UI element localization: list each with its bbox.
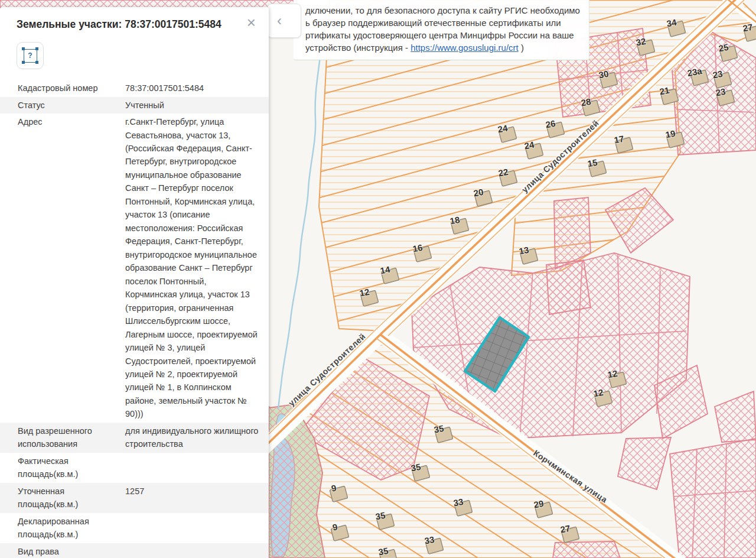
notification-text-line: ь браузер поддерживающий отечественные с… — [305, 17, 582, 29]
select-area-icon: ? — [24, 49, 37, 63]
house-number-label: 13 — [518, 245, 529, 257]
attribute-row: Уточненная площадь(кв.м.)1257 — [0, 483, 269, 513]
attribute-label: Кадастровый номер — [0, 82, 125, 95]
attribute-value: для индивидуального жилищного строительс… — [125, 424, 259, 451]
attribute-value — [125, 455, 259, 481]
attribute-row: Вид разрешенного использованиядля индиви… — [0, 423, 269, 453]
panel-header: Земельные участки: 78:37:0017501:5484 × — [0, 7, 269, 33]
notification-last-line: устройство (инструкция - https://www.gos… — [305, 41, 582, 54]
attribute-label: Вид права — [0, 545, 125, 558]
attribute-label: Статус — [0, 99, 125, 112]
attribute-table: Кадастровый номер78:37:0017501:5484Стату… — [0, 80, 269, 558]
attribute-label: Вид разрешенного использования — [0, 424, 125, 451]
house-number-label: 16 — [412, 242, 423, 254]
attribute-value: 1257 — [125, 485, 259, 511]
house-number-label: 35 — [377, 546, 389, 557]
attribute-value — [125, 545, 259, 558]
house-number-label: 35 — [374, 510, 386, 522]
rgis-app: 343230282624242220181614122523а232327211… — [0, 0, 756, 558]
house-number-label: 35 — [433, 423, 444, 435]
house-number-label: 27 — [742, 22, 753, 34]
notification-text: устройство (инструкция - — [305, 43, 410, 53]
house-number-label: 23 — [712, 69, 723, 80]
attribute-value: Учтенный — [125, 99, 259, 112]
attribute-value: 78:37:0017501:5484 — [125, 82, 259, 95]
house-number-label: 27 — [559, 523, 571, 535]
attribute-value — [125, 515, 259, 541]
house-number-label: 20 — [472, 187, 484, 199]
notification-text-suffix: ) — [519, 43, 524, 53]
gosuslugi-crt-link[interactable]: https://www.gosuslugi.ru/crt — [410, 43, 519, 53]
attribute-row: СтатусУчтенный — [0, 97, 269, 113]
house-number-label: 30 — [598, 69, 609, 80]
house-number-label: 33 — [452, 497, 464, 508]
attribute-row: Кадастровый номер78:37:0017501:5484 — [0, 80, 269, 96]
attribute-label: Уточненная площадь(кв.м.) — [0, 485, 125, 511]
house-number-label: 23 — [715, 86, 726, 98]
house-number-label: 12 — [359, 287, 370, 299]
house-number-label: 25 — [718, 42, 729, 54]
house-number-label: 33 — [423, 534, 435, 546]
attribute-row: Фактическая площадь(кв.м.) — [0, 453, 269, 483]
house-number-label: 28 — [580, 96, 591, 108]
panel-collapse-button[interactable]: ‹ — [267, 4, 301, 38]
attribute-row: Адресг.Санкт-Петербург, улица Севастьяно… — [0, 113, 269, 423]
house-number-label: 22 — [497, 167, 509, 179]
house-number-label: 12 — [592, 387, 604, 399]
house-number-label: 12 — [607, 368, 618, 380]
house-number-label: 26 — [545, 118, 556, 130]
notification-text-line: дключении, то для безопасного доступа к … — [305, 4, 582, 17]
attribute-value: г.Санкт-Петербург, улица Севастьянова, у… — [125, 115, 259, 421]
attribute-label: Адрес — [0, 115, 125, 421]
attribute-row: Декларированная площадь(кв.м.) — [0, 513, 269, 543]
house-number-label: 19 — [664, 128, 676, 140]
parcel-info-panel: Земельные участки: 78:37:0017501:5484 × … — [0, 7, 269, 558]
house-number-label: 18 — [449, 215, 460, 226]
house-number-label: 17 — [613, 134, 624, 145]
close-icon[interactable]: × — [247, 17, 256, 28]
panel-title: Земельные участки: 78:37:0017501:5484 — [17, 17, 241, 33]
house-number-label: 21 — [659, 85, 670, 97]
identify-area-tool-button[interactable]: ? — [17, 42, 44, 69]
house-number-label: 15 — [586, 157, 598, 169]
attribute-label: Фактическая площадь(кв.м.) — [0, 455, 125, 481]
chevron-left-icon: ‹ — [277, 14, 282, 28]
attribute-label: Декларированная площадь(кв.м.) — [0, 515, 125, 541]
house-number-label: 29 — [533, 498, 544, 510]
notification-text-line: ртификаты удостоверяющего центра Минцифр… — [305, 29, 582, 41]
house-number-label: 35 — [410, 462, 421, 473]
attribute-row: Вид права — [0, 543, 269, 558]
house-number-label: 32 — [635, 36, 646, 48]
certificate-notification: дключении, то для безопасного доступа к … — [294, 0, 589, 60]
